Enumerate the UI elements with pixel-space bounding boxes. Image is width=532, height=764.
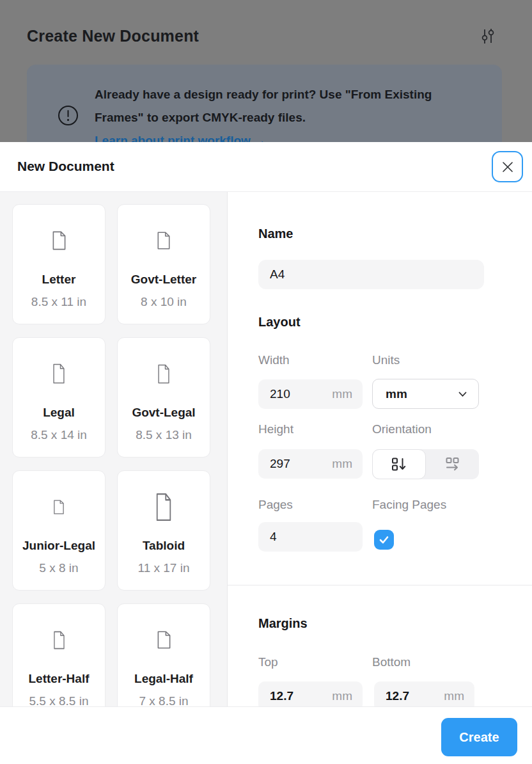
name-input[interactable] xyxy=(270,267,474,282)
chevron-down-icon xyxy=(458,388,467,400)
vertical-sliders-icon[interactable] xyxy=(478,26,497,47)
preset-name: Letter-Half xyxy=(28,672,89,686)
width-input[interactable] xyxy=(270,387,315,401)
new-document-dialog: New Document Letter 8.5 x 11 in xyxy=(0,142,532,764)
screen: Create New Document Already have a desig… xyxy=(0,0,532,764)
banner-line-2: Frames" to export CMYK-ready files. xyxy=(95,106,432,129)
document-icon xyxy=(157,364,170,384)
document-icon xyxy=(52,363,65,384)
pages-field-wrap xyxy=(258,522,363,552)
margin-bottom-field-wrap: mm xyxy=(374,681,474,706)
preset-card[interactable]: Legal 8.5 x 14 in xyxy=(12,337,106,458)
dialog-footer: Create xyxy=(0,706,532,764)
document-icon-slot xyxy=(53,476,65,537)
preset-card[interactable]: Legal-Half 7 x 8.5 in xyxy=(117,603,210,706)
margin-bottom-unit: mm xyxy=(439,689,464,703)
name-heading: Name xyxy=(258,227,293,241)
margin-top-label: Top xyxy=(258,655,278,669)
preset-size: 8 x 10 in xyxy=(141,295,187,309)
preset-size: 5 x 8 in xyxy=(39,561,78,575)
name-field-wrap xyxy=(258,260,484,289)
alert-circle-icon xyxy=(58,105,79,126)
units-label: Units xyxy=(372,353,400,367)
landscape-pages-icon xyxy=(444,456,461,473)
orientation-label: Orientation xyxy=(372,422,432,436)
units-dropdown[interactable]: mm xyxy=(372,379,479,409)
document-icon xyxy=(53,631,65,649)
height-field-wrap: mm xyxy=(258,449,363,479)
preset-name: Legal-Half xyxy=(134,672,193,686)
preset-list: Letter 8.5 x 11 in Govt-Letter 8 x 10 in… xyxy=(0,192,227,706)
document-icon-slot xyxy=(157,609,171,671)
margin-bottom-label: Bottom xyxy=(372,655,411,669)
document-icon-slot xyxy=(52,343,65,404)
preset-card[interactable]: Govt-Letter 8 x 10 in xyxy=(117,204,210,324)
orientation-landscape-button[interactable] xyxy=(426,449,480,479)
preset-size: 8.5 x 14 in xyxy=(31,428,87,442)
pages-label: Pages xyxy=(258,498,293,512)
document-icon-slot xyxy=(53,609,65,671)
preset-size: 8.5 x 11 in xyxy=(31,295,86,309)
section-divider xyxy=(228,585,532,585)
preset-name: Govt-Legal xyxy=(132,406,195,420)
preset-card[interactable]: Govt-Legal 8.5 x 13 in xyxy=(117,337,210,458)
banner-line-1: Already have a design ready for print? U… xyxy=(95,83,432,106)
dialog-body: Letter 8.5 x 11 in Govt-Letter 8 x 10 in… xyxy=(0,192,532,706)
preset-size: 7 x 8.5 in xyxy=(139,694,188,706)
document-icon xyxy=(157,232,171,250)
height-label: Height xyxy=(258,422,293,436)
width-field-wrap: mm xyxy=(258,379,363,409)
width-label: Width xyxy=(258,353,290,367)
document-icon-slot xyxy=(157,343,170,404)
pages-input[interactable] xyxy=(270,530,352,544)
preset-size: 5.5 x 8.5 in xyxy=(29,694,89,706)
margin-top-unit: mm xyxy=(327,689,352,703)
checkmark-icon xyxy=(377,533,391,546)
preset-card[interactable]: Letter 8.5 x 11 in xyxy=(12,204,106,324)
preset-card[interactable]: Junior-Legal 5 x 8 in xyxy=(12,470,106,591)
document-icon xyxy=(155,493,172,521)
preset-name: Legal xyxy=(43,406,75,420)
preset-card[interactable]: Tabloid 11 x 17 in xyxy=(117,470,210,591)
margin-top-input[interactable] xyxy=(270,689,315,703)
units-value: mm xyxy=(386,387,407,401)
document-icon-slot xyxy=(157,210,171,271)
orientation-portrait-button[interactable] xyxy=(372,449,426,479)
preset-name: Junior-Legal xyxy=(22,539,95,553)
margin-bottom-input[interactable] xyxy=(386,689,428,703)
preset-size: 8.5 x 13 in xyxy=(136,428,192,442)
facing-pages-checkbox[interactable] xyxy=(374,530,394,550)
document-form: Name Layout Width Units mm mm Hei xyxy=(228,192,532,706)
document-icon-slot xyxy=(155,476,172,537)
preset-name: Letter xyxy=(42,273,76,287)
height-input[interactable] xyxy=(270,457,315,471)
dialog-title: New Document xyxy=(17,159,114,174)
margins-heading: Margins xyxy=(258,616,308,631)
facing-pages-label: Facing Pages xyxy=(372,498,446,512)
preset-panel: Letter 8.5 x 11 in Govt-Letter 8 x 10 in… xyxy=(0,192,228,706)
document-icon xyxy=(157,631,171,649)
layout-heading: Layout xyxy=(258,315,301,330)
document-icon xyxy=(53,500,65,514)
document-icon-slot xyxy=(52,210,66,271)
margin-top-field-wrap: mm xyxy=(258,681,363,706)
create-button[interactable]: Create xyxy=(441,718,517,756)
document-icon xyxy=(52,231,66,250)
x-icon xyxy=(500,159,515,175)
close-button[interactable] xyxy=(492,151,523,182)
preset-card[interactable]: Letter-Half 5.5 x 8.5 in xyxy=(12,603,106,706)
preset-name: Govt-Letter xyxy=(131,273,196,287)
height-unit: mm xyxy=(327,457,352,471)
preset-size: 11 x 17 in xyxy=(138,561,190,575)
page-title: Create New Document xyxy=(27,27,199,45)
portrait-pages-icon xyxy=(390,456,407,473)
width-unit: mm xyxy=(327,387,352,401)
orientation-toggle xyxy=(372,449,479,479)
preset-name: Tabloid xyxy=(143,539,185,553)
dialog-header: New Document xyxy=(0,142,532,192)
